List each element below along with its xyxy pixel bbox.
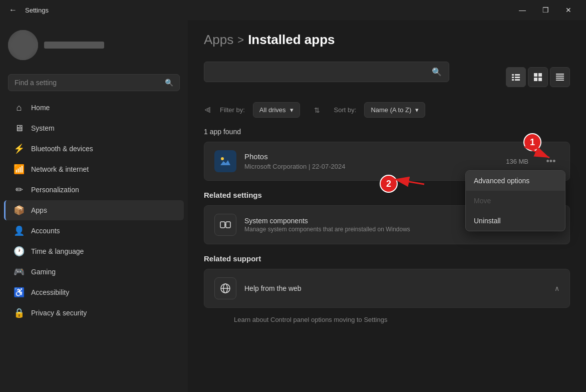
maximize-button[interactable]: ❒ [534, 0, 557, 20]
sidebar-item-bluetooth-label: Bluetooth & devices [31, 145, 93, 153]
sidebar-item-time[interactable]: 🕐 Time & language [4, 241, 184, 261]
search-icon: 🔍 [165, 79, 173, 87]
photos-app-info: Photos Microsoft Corporation | 22-07-202… [244, 152, 498, 170]
photos-more-button[interactable]: ••• [542, 153, 559, 170]
photos-app-meta: Microsoft Corporation | 22-07-2024 [244, 163, 498, 170]
system-components-icon [214, 214, 236, 236]
svg-rect-14 [218, 154, 232, 168]
help-from-web-expand-icon: ∧ [554, 284, 559, 292]
sidebar-item-accessibility-label: Accessibility [31, 288, 69, 296]
svg-rect-9 [538, 78, 542, 81]
grid-view-button[interactable] [528, 67, 548, 87]
svg-rect-2 [512, 77, 514, 78]
photos-app-icon [214, 150, 236, 172]
titlebar: ← Settings — ❒ ✕ [0, 0, 586, 20]
user-name [44, 42, 104, 49]
context-menu-advanced-options[interactable]: Advanced options [466, 171, 565, 191]
related-support-title: Related support [204, 254, 570, 263]
sort-value: Name (A to Z) [371, 106, 411, 114]
svg-rect-0 [512, 74, 514, 76]
app-search-input[interactable]: photos [211, 68, 432, 76]
sidebar-nav: ⌂ Home 🖥 System ⚡ Bluetooth & devices 📶 … [0, 97, 188, 323]
app-body: 🔍 ⌂ Home 🖥 System ⚡ Bluetooth & devices … [0, 20, 586, 392]
sidebar-item-time-label: Time & language [31, 247, 84, 255]
sidebar-item-accounts-label: Accounts [31, 227, 60, 235]
filter-by-label: Filter by: [220, 106, 245, 114]
sidebar-item-home[interactable]: ⌂ Home [4, 98, 184, 118]
minimize-button[interactable]: — [511, 0, 534, 20]
network-icon: 📶 [14, 164, 24, 174]
list-view-button[interactable] [506, 67, 526, 87]
sidebar-item-privacy[interactable]: 🔒 Privacy & security [4, 303, 184, 323]
sidebar-item-personalization-label: Personalization [31, 186, 79, 194]
app-list: Photos Microsoft Corporation | 22-07-202… [204, 142, 570, 181]
photos-publisher: Microsoft Corporation [244, 163, 307, 170]
filter-value: All drives [259, 106, 286, 114]
help-from-web-info: Help from the web [244, 284, 546, 292]
sidebar-item-gaming-label: Gaming [31, 268, 56, 276]
apps-icon: 📦 [14, 205, 24, 215]
list-view-icon [511, 72, 521, 82]
photos-app-card: Photos Microsoft Corporation | 22-07-202… [204, 142, 570, 181]
home-icon: ⌂ [14, 103, 24, 113]
breadcrumb-installed-apps: Installed apps [248, 32, 335, 48]
gaming-icon: 🎮 [14, 267, 24, 277]
step2-badge: 2 [380, 175, 398, 193]
sidebar-item-accounts[interactable]: 👤 Accounts [4, 221, 184, 241]
view-toggle-buttons [506, 67, 570, 87]
detail-view-icon [555, 72, 565, 82]
svg-rect-13 [556, 80, 564, 81]
breadcrumb-apps[interactable]: Apps [204, 32, 233, 48]
main-content: Apps > Installed apps photos 🔍 [188, 20, 586, 392]
help-desc: Learn about Control panel options moving… [204, 312, 570, 323]
privacy-icon: 🔒 [14, 308, 24, 318]
help-from-web-name: Help from the web [244, 284, 546, 292]
filter-chevron-icon: ▾ [290, 106, 294, 114]
back-button[interactable]: ← [6, 3, 20, 17]
breadcrumb-separator: > [237, 34, 244, 47]
sidebar-item-system[interactable]: 🖥 System [4, 118, 184, 138]
sidebar-item-apps-label: Apps [31, 206, 47, 214]
svg-rect-21 [226, 222, 230, 228]
avatar [8, 30, 38, 60]
sidebar-item-bluetooth[interactable]: ⚡ Bluetooth & devices [4, 139, 184, 159]
sidebar: 🔍 ⌂ Home 🖥 System ⚡ Bluetooth & devices … [0, 20, 188, 392]
svg-rect-3 [515, 77, 520, 78]
filter-by-select[interactable]: All drives ▾ [253, 102, 300, 118]
sort-by-select[interactable]: Name (A to Z) ▾ [364, 102, 425, 118]
svg-rect-4 [512, 79, 514, 81]
svg-rect-7 [538, 73, 542, 77]
detail-view-button[interactable] [550, 67, 570, 87]
sidebar-item-home-label: Home [31, 104, 50, 112]
sidebar-item-accessibility[interactable]: ♿ Accessibility [4, 282, 184, 302]
user-profile [0, 20, 188, 68]
svg-rect-8 [534, 78, 537, 81]
bluetooth-icon: ⚡ [14, 144, 24, 154]
personalization-icon: ✏ [14, 185, 24, 195]
sidebar-item-personalization[interactable]: ✏ Personalization [4, 180, 184, 200]
step1-badge: 1 [523, 133, 541, 151]
sidebar-search-box[interactable]: 🔍 [8, 74, 180, 91]
find-setting-input[interactable] [15, 79, 161, 87]
sidebar-item-network[interactable]: 📶 Network & internet [4, 159, 184, 179]
accessibility-icon: ♿ [14, 287, 24, 297]
photos-app-name: Photos [244, 152, 498, 161]
app-context-menu: Advanced options Move Uninstall [465, 170, 565, 231]
search-view-row: photos 🔍 [204, 62, 570, 92]
app-search-box[interactable]: photos 🔍 [204, 62, 449, 82]
breadcrumb: Apps > Installed apps [204, 32, 570, 48]
close-button[interactable]: ✕ [557, 0, 580, 20]
sort-by-label: Sort by: [334, 106, 357, 114]
sidebar-item-apps[interactable]: 📦 Apps [4, 200, 184, 220]
context-menu-uninstall[interactable]: Uninstall [466, 211, 565, 231]
time-icon: 🕐 [14, 246, 24, 256]
sort-chevron-icon: ▾ [415, 106, 419, 114]
sidebar-item-gaming[interactable]: 🎮 Gaming [4, 262, 184, 282]
svg-rect-1 [515, 74, 520, 76]
photos-app-size: 136 MB [506, 158, 528, 165]
svg-point-15 [221, 157, 224, 160]
sidebar-item-system-label: System [31, 124, 55, 132]
help-from-web-card[interactable]: Help from the web ∧ [204, 269, 570, 308]
sort-icon: ⇅ [314, 106, 320, 114]
sidebar-item-privacy-label: Privacy & security [31, 309, 87, 317]
